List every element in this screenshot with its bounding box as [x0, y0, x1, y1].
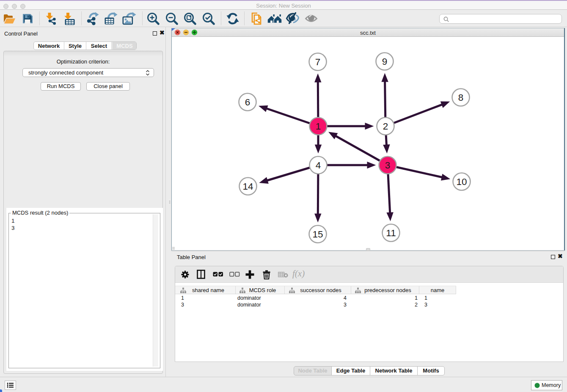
svg-text:3: 3 — [385, 160, 391, 171]
svg-text:9: 9 — [382, 56, 388, 67]
svg-text:4: 4 — [316, 160, 321, 171]
svg-text:1: 1 — [316, 121, 321, 132]
svg-text:10: 10 — [456, 177, 467, 187]
svg-text:6: 6 — [245, 97, 250, 108]
svg-text:8: 8 — [458, 92, 464, 103]
svg-text:11: 11 — [386, 228, 396, 238]
svg-text:2: 2 — [383, 121, 388, 132]
svg-text:7: 7 — [315, 57, 321, 67]
svg-text:14: 14 — [242, 181, 253, 192]
svg-text:15: 15 — [312, 229, 323, 240]
